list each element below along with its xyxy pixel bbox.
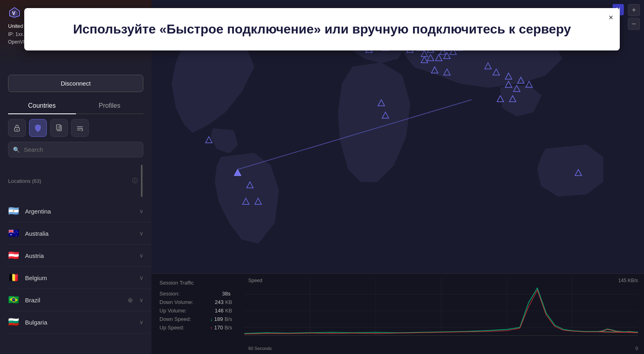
stat-value: 243 KB (215, 299, 232, 305)
chevron-down-icon: ∨ (139, 319, 143, 325)
stats-panel: Session Traffic Session:38s Down Volume:… (151, 273, 644, 354)
map-zoom-in-button[interactable]: + (628, 4, 640, 16)
country-flag: 🇦🇺 (8, 228, 20, 239)
country-flag: 🇧🇪 (8, 272, 20, 283)
stats-row: Up Speed:↑ 170 B/s (159, 325, 232, 331)
list-icon (76, 124, 84, 132)
filter-bar (0, 114, 151, 142)
stats-title: Session Traffic (159, 280, 232, 286)
filter-list-button[interactable] (71, 119, 89, 137)
map-controls: + − (628, 4, 640, 30)
stat-label: Session: (159, 291, 180, 297)
tooltip-close-button[interactable]: × (608, 13, 613, 22)
svg-point-4 (17, 129, 18, 130)
country-item[interactable]: 🇦🇺Australia∨ (8, 222, 151, 245)
country-list: 🇦🇷Argentina∨🇦🇺Australia∨🇦🇹Austria∨🇧🇪Belg… (0, 200, 151, 354)
locations-count: Locations (63) (8, 178, 41, 184)
scrollbar-indicator (141, 165, 143, 197)
country-item[interactable]: 🇧🇷Brazil⊕∨ (8, 289, 151, 311)
country-flag: 🇧🇬 (8, 317, 20, 327)
max-speed-label: 145 KB/s (618, 278, 638, 283)
left-panel: V United States IP: 1xx.xxx.xxx.xx OpenV… (0, 0, 151, 354)
chevron-down-icon: ∨ (139, 274, 143, 281)
stat-unit: KB (225, 299, 232, 305)
tab-countries[interactable]: Countries (8, 98, 76, 113)
country-name-text: Austria (25, 252, 134, 259)
stat-unit: KB (225, 308, 232, 314)
speed-label: Speed (248, 278, 262, 283)
lock-icon (13, 124, 21, 132)
right-panel: + − N Session Traffic Session:38s Down V… (151, 0, 644, 354)
svg-text:V: V (12, 10, 15, 16)
stat-label: Up Volume: (159, 308, 187, 314)
stats-left: Session Traffic Session:38s Down Volume:… (151, 274, 240, 354)
svg-rect-5 (57, 125, 60, 130)
chart-time-left: 60 Seconds (248, 346, 272, 351)
stats-rows: Session:38s Down Volume:243 KBUp Volume:… (159, 291, 232, 331)
country-name-text: Argentina (25, 208, 134, 215)
stats-row: Down Volume:243 KB (159, 299, 232, 305)
country-flag: 🇧🇷 (8, 295, 20, 305)
stat-value: ↓ 189 B/s (210, 316, 232, 322)
country-flag: 🇦🇹 (8, 250, 20, 261)
tooltip-text: Используйте «Быстрое подключение» или вр… (40, 20, 604, 38)
tabs-bar: Countries Profiles (8, 98, 143, 114)
shield-icon (34, 124, 42, 132)
info-icon[interactable]: ⓘ (132, 177, 138, 184)
tooltip-overlay: Используйте «Быстрое подключение» или вр… (24, 8, 620, 50)
stat-value: ↑ 170 B/s (210, 325, 232, 331)
country-item[interactable]: 🇧🇬Bulgaria∨ (8, 311, 151, 333)
tab-profiles[interactable]: Profiles (76, 98, 144, 113)
stats-row: Down Speed:↓ 189 B/s (159, 316, 232, 322)
globe-icon: ⊕ (128, 296, 133, 304)
stat-value: 38s (222, 291, 232, 297)
country-name-text: Brazil (25, 297, 123, 304)
country-item[interactable]: 🇦🇷Argentina∨ (8, 200, 151, 222)
filter-lock-button[interactable] (8, 119, 26, 137)
country-name-text: Bulgaria (25, 319, 134, 326)
disconnect-button[interactable]: Disconnect (8, 75, 143, 92)
stat-label: Up Speed: (159, 325, 184, 331)
chart-time-right: 0 (636, 346, 638, 351)
country-name-text: Australia (25, 230, 134, 237)
stat-label: Down Speed: (159, 316, 191, 322)
stat-value: 146 KB (215, 308, 232, 314)
country-item[interactable]: 🇦🇹Austria∨ (8, 245, 151, 267)
chevron-down-icon: ∨ (139, 208, 143, 214)
country-name-text: Belgium (25, 274, 134, 281)
document-icon (55, 124, 63, 132)
chart-svg (244, 278, 638, 344)
vpn-logo-icon: V (8, 6, 21, 19)
arrow-up-icon: ↑ (210, 325, 213, 330)
country-item[interactable]: 🇧🇪Belgium∨ (8, 267, 151, 289)
arrow-down-icon: ↓ (210, 317, 213, 322)
stats-row: Up Volume:146 KB (159, 308, 232, 314)
locations-header: Locations (63) ⓘ (0, 161, 151, 200)
filter-shield-button[interactable] (29, 119, 47, 137)
map-zoom-out-button[interactable]: − (628, 18, 640, 30)
search-container: 🔍 (8, 142, 143, 157)
chevron-down-icon: ∨ (139, 297, 143, 303)
ip-label: IP: (8, 31, 14, 37)
country-flag: 🇦🇷 (8, 206, 20, 216)
filter-doc-button[interactable] (50, 119, 68, 137)
stat-unit: B/s (224, 325, 232, 331)
stats-row: Session:38s (159, 291, 232, 297)
stats-chart: Speed 145 KB/s (240, 274, 644, 354)
chevron-down-icon: ∨ (139, 230, 143, 237)
chevron-down-icon: ∨ (139, 252, 143, 259)
search-icon: 🔍 (13, 147, 20, 153)
stat-label: Down Volume: (159, 299, 193, 305)
search-input[interactable] (8, 142, 143, 157)
stat-unit: B/s (224, 316, 232, 322)
